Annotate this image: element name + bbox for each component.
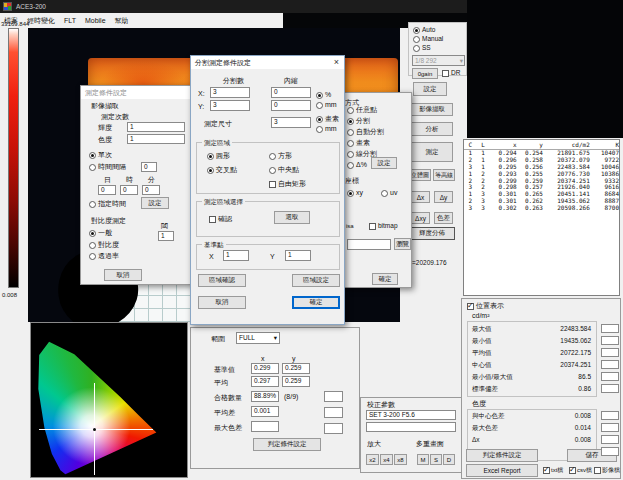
chroma-count-field[interactable]: 1: [127, 134, 185, 144]
delta-y-button[interactable]: Δy: [434, 191, 453, 203]
menu-item-3[interactable]: Mobile: [85, 17, 106, 24]
split-cancel-button[interactable]: 取消: [198, 296, 246, 309]
shutter-select[interactable]: 1/8 292 ▾: [412, 55, 465, 66]
area-confirm-button[interactable]: 區域確認: [198, 274, 246, 287]
base-y-field[interactable]: 1: [285, 250, 311, 261]
area-set-button[interactable]: 區域設定: [292, 274, 340, 287]
delta-x-button[interactable]: Δx: [411, 191, 430, 203]
method-ok-button[interactable]: 確定: [372, 273, 398, 285]
analyze-button[interactable]: 分析: [411, 122, 453, 136]
method-set-button[interactable]: 設定: [371, 157, 397, 169]
zoom-x4-button[interactable]: x4: [380, 454, 393, 465]
minute-field[interactable]: 0: [142, 185, 160, 195]
size-pixel-label: 畫素: [325, 115, 339, 123]
csv-file-checkbox[interactable]: [569, 467, 576, 474]
menu-item-4[interactable]: 幫助: [115, 16, 129, 26]
inset-percent-radio[interactable]: [316, 92, 323, 99]
avg-x-field[interactable]: 0.297: [251, 376, 279, 387]
split-ok-button[interactable]: 確定: [292, 296, 340, 309]
menu-item-2[interactable]: FLT: [64, 17, 76, 24]
transmittance-radio[interactable]: [89, 253, 96, 260]
specified-time-radio[interactable]: [89, 201, 96, 208]
multiscreen-M-button[interactable]: M: [417, 454, 429, 465]
hour-field[interactable]: 0: [120, 185, 138, 195]
single-radio[interactable]: [89, 152, 96, 159]
method-option-radio-1[interactable]: [347, 118, 354, 125]
manual-radio[interactable]: [413, 36, 420, 43]
measurement-table[interactable]: CLxycd/m2K 110.2940.25421891.67510407210…: [463, 139, 620, 296]
method-option-radio-2[interactable]: [347, 129, 354, 136]
browse-button[interactable]: 瀏覽: [394, 238, 411, 250]
judge-condition-button[interactable]: 判定條件設定: [253, 438, 321, 451]
chroma-stat-row: 與中心色差0.008: [468, 411, 596, 423]
contour-button[interactable]: 等高線: [433, 169, 455, 181]
bitmap-path-field[interactable]: [347, 239, 391, 250]
auto-label: Auto: [422, 26, 435, 34]
square-radio[interactable]: [269, 153, 276, 160]
zero-gain-button[interactable]: 0gain: [412, 68, 438, 79]
specified-time-set-button[interactable]: 設定: [141, 197, 169, 209]
measure-cancel-button[interactable]: 取消: [104, 269, 142, 281]
method-option-radio-0[interactable]: [347, 107, 354, 114]
confirm-checkbox[interactable]: [209, 216, 216, 223]
avg-label: 平均: [214, 379, 228, 387]
y-inset-field[interactable]: 0: [271, 100, 311, 111]
bitmap-checkbox[interactable]: [369, 223, 376, 230]
method-option-radio-5[interactable]: [347, 162, 354, 169]
image-file-checkbox[interactable]: [594, 467, 601, 474]
chroma-result-box: [601, 447, 619, 456]
freeform-checkbox[interactable]: [269, 181, 276, 188]
ss-radio[interactable]: [413, 45, 420, 52]
luminance-dist-button[interactable]: 輝度分佈: [409, 227, 455, 240]
inset-mm-radio[interactable]: [316, 102, 323, 109]
x-row-label: X:: [198, 90, 205, 98]
txt-file-checkbox[interactable]: [543, 467, 550, 474]
method-option-radio-3[interactable]: [347, 140, 354, 147]
ref-y-field[interactable]: 0.259: [282, 363, 310, 374]
cie-diagram[interactable]: [30, 322, 188, 478]
pick-button[interactable]: 選取: [274, 211, 310, 224]
interval-radio[interactable]: [89, 164, 96, 171]
cross-radio[interactable]: [207, 167, 214, 174]
dr-checkbox[interactable]: [442, 70, 449, 77]
multiscreen-S-button[interactable]: S: [430, 454, 442, 465]
threshold-field[interactable]: 1: [158, 231, 174, 241]
luminance-count-field[interactable]: 1: [127, 122, 185, 132]
center-point-radio[interactable]: [269, 167, 276, 174]
y-div-field[interactable]: 3: [210, 100, 250, 111]
range-select[interactable]: FULL ▾: [236, 332, 280, 344]
general-radio[interactable]: [89, 230, 96, 237]
size-pixel-radio[interactable]: [316, 116, 323, 123]
ref-x-field[interactable]: 0.299: [251, 363, 279, 374]
xy-radio[interactable]: [347, 190, 354, 197]
avg-y-field[interactable]: 0.259: [282, 376, 310, 387]
size-mm-radio[interactable]: [316, 126, 323, 133]
measure-button[interactable]: 測定: [411, 142, 453, 162]
size-field[interactable]: 3: [271, 117, 311, 128]
map3d-button[interactable]: 立體圖: [409, 169, 431, 181]
x-div-field[interactable]: 3: [210, 87, 250, 98]
stats-judge-button[interactable]: 判定條件設定: [466, 449, 538, 462]
excel-report-button[interactable]: Excel Report: [466, 464, 538, 477]
auto-radio[interactable]: [413, 27, 420, 34]
day-field[interactable]: 0: [98, 185, 116, 195]
multiscreen-D-button[interactable]: D: [443, 454, 455, 465]
contrast-radio[interactable]: [89, 242, 96, 249]
method-option-radio-4[interactable]: [347, 151, 354, 158]
x-inset-field[interactable]: 0: [271, 87, 311, 98]
set-button[interactable]: 設定: [413, 82, 447, 96]
color-diff-button[interactable]: 色差: [434, 212, 453, 224]
interval-field[interactable]: 0: [141, 162, 157, 172]
table-row[interactable]: 330.3020.26320598.2668700: [464, 205, 619, 212]
menu-item-1[interactable]: 經時變化: [27, 16, 55, 26]
position-display-checkbox[interactable]: [467, 303, 474, 310]
zoom-x2-button[interactable]: x2: [366, 454, 379, 465]
capture-button[interactable]: 影像擷取: [411, 103, 453, 116]
uv-radio[interactable]: [381, 190, 388, 197]
close-icon[interactable]: ×: [334, 56, 339, 69]
circle-radio[interactable]: [207, 153, 214, 160]
threshold-label: 閾: [161, 222, 168, 230]
delta-xy-button[interactable]: Δxy: [411, 212, 430, 224]
zoom-x8-button[interactable]: x8: [394, 454, 407, 465]
base-x-field[interactable]: 1: [223, 250, 249, 261]
